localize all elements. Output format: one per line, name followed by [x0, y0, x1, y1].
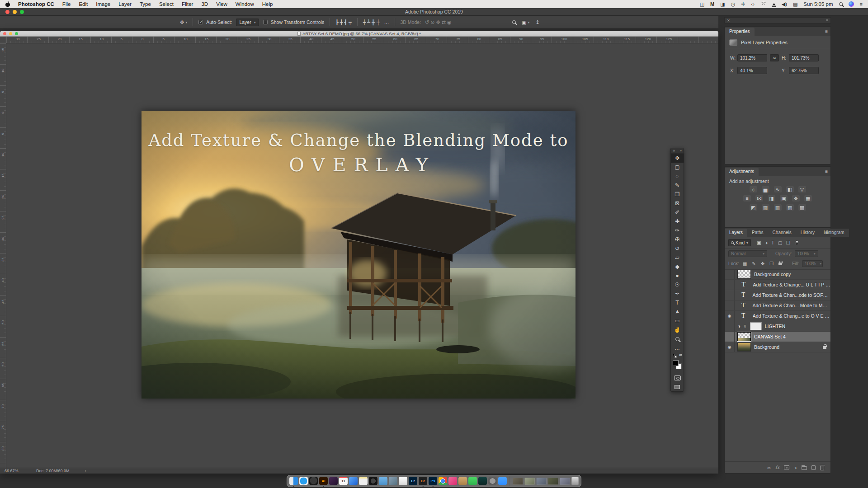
dock-app-camera-app[interactable] [369, 477, 377, 485]
foreground-color-well[interactable] [673, 360, 679, 366]
vibrance-icon[interactable]: ▽ [798, 186, 806, 192]
swap-colors-icon[interactable]: ⇄ [679, 353, 682, 357]
layer-row-add-texture-change-u-l-t[interactable]: TAdd Texture & Change... U L T I P L Y o… [725, 280, 830, 290]
dock-minimized-window[interactable] [548, 478, 558, 485]
screen-mode-button[interactable] [671, 382, 684, 391]
video-app-icon[interactable]: ◨ [720, 2, 725, 7]
layer-visibility-toggle[interactable]: ◉ [725, 342, 735, 352]
dock-app-teal-app[interactable] [478, 477, 487, 485]
tab-layers[interactable]: Layers [725, 229, 747, 237]
filter-adjustment-icon[interactable]: ◑ [765, 240, 768, 245]
layer-visibility-toggle[interactable] [725, 269, 735, 279]
filter-smart-object-icon[interactable]: ❒ [786, 240, 790, 245]
menu-item-filter[interactable]: Filter [182, 1, 193, 7]
link-layers-icon[interactable]: ∞ [767, 465, 771, 470]
selective-color-icon[interactable]: ▨ [786, 204, 794, 211]
shape-tool[interactable]: ▭ [671, 316, 684, 325]
siri-icon[interactable] [849, 1, 854, 7]
menu-item-file[interactable]: File [62, 1, 71, 7]
minimize-window-button[interactable] [13, 10, 17, 14]
lock-position-icon[interactable]: ✥ [761, 261, 764, 266]
camera-3d-icon[interactable]: ◉ [447, 20, 452, 25]
layer-row-add-texture-chan-ode-to-[interactable]: TAdd Texture & Chan...ode to SOFT LIGHT [725, 290, 830, 300]
panel-menu-icon[interactable]: ≡ [825, 230, 828, 235]
align-left-icon[interactable]: ┠ [335, 20, 339, 25]
auto-select-checkbox[interactable]: ✓ Auto-Select: [198, 19, 232, 25]
dock-app-zoom-app[interactable] [498, 477, 507, 485]
menu-item-image[interactable]: Image [96, 1, 110, 7]
filter-kind-dropdown[interactable]: Kind ▾ [728, 239, 751, 246]
auto-select-target-dropdown[interactable]: Layer ▾ [236, 19, 259, 26]
dock-app-settings-app[interactable] [488, 477, 497, 485]
layer-visibility-toggle[interactable] [725, 321, 735, 331]
layer-visibility-toggle[interactable] [725, 300, 735, 310]
posterize-icon[interactable]: ▧ [762, 204, 769, 211]
menu-item-view[interactable]: View [216, 1, 227, 7]
ruler-corner[interactable] [0, 37, 6, 43]
black-white-icon[interactable]: ◨ [768, 195, 775, 202]
new-group-icon[interactable] [802, 466, 807, 470]
horizontal-ruler[interactable]: 3025201510505101520253035404550556065707… [6, 37, 718, 43]
tab-paths[interactable]: Paths [747, 229, 768, 237]
hue-saturation-icon[interactable]: ≡ [743, 195, 751, 202]
more-options-icon[interactable]: … [384, 20, 389, 25]
canvas-area[interactable]: Add Texture & Change the Blending Mode t… [6, 43, 718, 468]
menu-item-type[interactable]: Type [140, 1, 151, 7]
malwarebytes-icon[interactable]: M [710, 2, 714, 7]
canvas-image[interactable]: Add Texture & Change the Blending Mode t… [142, 111, 576, 399]
lock-artboard-icon[interactable]: ❒ [769, 261, 774, 266]
layer-row-background-copy[interactable]: Background copy [725, 269, 830, 280]
opacity-field[interactable]: 100% ▾ [795, 250, 818, 257]
roll-3d-icon[interactable]: ⊙ [430, 20, 434, 25]
dodge-tool[interactable]: ☉ [671, 280, 684, 289]
invert-icon[interactable]: ◩ [750, 204, 757, 211]
layer-row-add-texture-chang-e-to-o[interactable]: ◉TAdd Texture & Chang...e to O V E R L A… [725, 311, 830, 321]
dock-minimized-window[interactable] [513, 478, 523, 485]
zoom-tool[interactable] [671, 334, 684, 343]
move-tool-menu-icon[interactable]: ✛ [741, 2, 745, 7]
gradient-tool[interactable]: ◆ [671, 262, 684, 271]
tools-panel-header[interactable]: ✕ » [671, 148, 684, 154]
filter-toggle-switch[interactable] [795, 240, 798, 245]
pan-3d-icon[interactable]: ✥ [436, 20, 440, 25]
zoom-document-button[interactable] [15, 32, 18, 35]
dock-app-bag-app[interactable] [458, 477, 467, 485]
layer-row-add-texture-chan-mode-to[interactable]: TAdd Texture & Chan... Mode to MULTIPLY [725, 300, 830, 311]
dock-app-safari[interactable] [299, 477, 308, 485]
add-mask-icon[interactable] [784, 465, 789, 469]
layer-row-lighten[interactable]: ◑∞LIGHTEN [725, 321, 830, 332]
dock-minimized-window[interactable] [536, 478, 547, 485]
layer-row-background[interactable]: ◉Background [725, 342, 830, 352]
menu-item-layer[interactable]: Layer [118, 1, 132, 7]
link-dimensions-icon[interactable]: ∞ [770, 54, 779, 61]
lock-all-icon[interactable] [778, 261, 782, 266]
threshold-icon[interactable]: ▥ [774, 204, 782, 211]
panel-close-icon[interactable]: ✕ [727, 19, 730, 23]
slide-3d-icon[interactable]: ⇄ [442, 20, 446, 25]
brush-tool[interactable]: ✑ [671, 226, 684, 235]
tab-history[interactable]: History [796, 229, 819, 237]
marquee-tool[interactable]: ▢ [671, 163, 684, 172]
status-chevron-icon[interactable]: › [85, 469, 86, 473]
layer-style-icon[interactable]: fx [775, 465, 779, 470]
dock-app-lightroom[interactable]: Lr [409, 477, 417, 485]
dock-app-document-app[interactable] [399, 477, 407, 485]
volume-icon[interactable]: ◀) [782, 2, 787, 7]
menu-item-window[interactable]: Window [236, 1, 254, 7]
orbit-3d-icon[interactable]: ↺ [425, 20, 429, 25]
align-middle-icon[interactable]: ┿ [363, 20, 366, 25]
menu-item-3d[interactable]: 3D [201, 1, 208, 7]
lock-pixels-icon[interactable]: ✎ [752, 261, 755, 266]
color-balance-icon[interactable]: ⋈ [755, 195, 763, 202]
blur-tool[interactable]: ● [671, 271, 684, 280]
document-titlebar[interactable]: ARTSY Set 6 DEMO.jpg @ 66.7% (CANVAS Set… [0, 31, 718, 37]
menu-item-help[interactable]: Help [262, 1, 273, 7]
hand-tool[interactable]: ✌ [671, 325, 684, 334]
history-brush-tool[interactable]: ↺ [671, 244, 684, 253]
width-field[interactable]: 101.2% [737, 54, 767, 61]
layer-visibility-toggle[interactable] [725, 332, 735, 342]
tab-adjustments[interactable]: Adjustments [725, 168, 759, 176]
align-center-h-icon[interactable]: ╂ [340, 20, 343, 25]
tab-properties[interactable]: Properties [725, 28, 755, 36]
spot-healing-tool[interactable]: ✚ [671, 217, 684, 226]
